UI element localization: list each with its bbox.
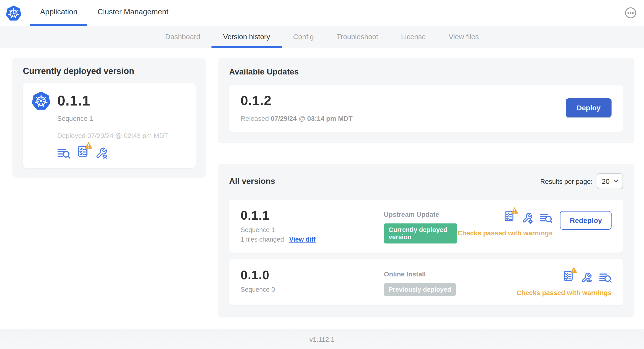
gear-icon	[528, 219, 533, 224]
currently-deployed-title: Currently deployed version	[23, 66, 196, 76]
top-tab-application[interactable]: Application	[30, 0, 88, 26]
admin-console-app: Application Cluster Management Dashboard…	[0, 0, 644, 349]
top-bar: Application Cluster Management	[0, 0, 644, 26]
more-menu-button[interactable]	[625, 7, 636, 18]
released-prefix: Released	[240, 114, 269, 122]
tab-view-files[interactable]: View files	[437, 26, 490, 48]
preflight-checks-warning-icon[interactable]	[76, 145, 89, 160]
tab-version-history[interactable]: Version history	[212, 26, 282, 48]
kubernetes-app-icon	[32, 91, 50, 111]
right-column: Available Updates 0.1.2 Released 07/29/2…	[218, 58, 634, 318]
tab-troubleshoot[interactable]: Troubleshoot	[325, 26, 390, 48]
deployed-sequence-label: Sequence 1	[57, 114, 187, 122]
kubernetes-logo	[6, 0, 22, 26]
row-version-number: 0.1.0	[240, 268, 384, 283]
row-version-number: 0.1.1	[240, 208, 384, 223]
redeploy-button[interactable]: Redeploy	[560, 211, 612, 230]
update-released-label: Released 07/29/24 @ 03:14 pm MDT	[240, 114, 352, 122]
edit-config-icon[interactable]	[95, 146, 108, 160]
available-updates-card: Available Updates 0.1.2 Released 07/29/2…	[218, 58, 634, 143]
files-changed-label: 1 files changed	[240, 236, 284, 243]
edit-config-icon[interactable]	[522, 212, 534, 224]
available-updates-title: Available Updates	[229, 67, 623, 77]
console-version-label: v1.112.1	[309, 336, 334, 343]
tab-dashboard[interactable]: Dashboard	[154, 26, 212, 48]
released-time: 03:14 pm MDT	[307, 114, 352, 122]
app-subnav: Dashboard Version history Config Trouble…	[0, 26, 644, 48]
ellipsis-icon	[625, 7, 636, 18]
row-sequence-label: Sequence 1	[240, 226, 384, 234]
results-per-page-select[interactable]: 20	[597, 173, 623, 189]
preflight-checks-warning-icon[interactable]	[562, 270, 574, 284]
preflight-status-link[interactable]: Checks passed with warnings	[458, 229, 552, 237]
view-diff-link[interactable]: View diff	[289, 236, 316, 243]
row-source-label: Upstream Update	[384, 210, 458, 218]
row-sequence-label: Sequence 0	[240, 286, 384, 293]
deployed-date-label: Deployed 07/29/24 @ 02:43 pm MDT	[57, 132, 187, 140]
results-per-page-label: Results per page:	[540, 177, 592, 185]
update-row: 0.1.2 Released 07/29/24 @ 03:14 pm MDT D…	[229, 86, 623, 132]
eye-icon	[587, 280, 592, 282]
release-notes-icon[interactable]	[540, 212, 552, 224]
previously-deployed-badge: Previously deployed	[384, 283, 456, 296]
released-separator: @	[298, 114, 305, 122]
warning-triangle-icon	[570, 266, 578, 274]
tab-config[interactable]: Config	[282, 26, 325, 48]
row-source-label: Online Install	[384, 270, 516, 278]
all-versions-title: All versions	[229, 176, 275, 186]
gear-icon	[102, 154, 107, 159]
kubernetes-logo-icon	[6, 4, 22, 21]
footer: v1.112.1	[0, 330, 644, 349]
top-tabs: Application Cluster Management	[30, 0, 178, 26]
currently-deployed-card: Currently deployed version	[12, 58, 206, 178]
version-row-0-1-1: 0.1.1 Sequence 1 1 files changed View di…	[229, 200, 623, 252]
results-per-page-value: 20	[602, 177, 610, 185]
view-config-icon[interactable]	[580, 272, 592, 284]
release-notes-icon[interactable]	[599, 272, 612, 284]
currently-deployed-badge: Currently deployed version	[384, 224, 458, 244]
released-date: 07/29/24	[271, 114, 297, 122]
version-row-0-1-0: 0.1.0 Sequence 0 Online Install Previous…	[229, 259, 623, 305]
warning-triangle-icon	[84, 141, 92, 149]
deployed-version-number: 0.1.1	[57, 92, 90, 109]
top-tab-cluster-management[interactable]: Cluster Management	[88, 0, 178, 26]
release-notes-icon[interactable]	[57, 148, 70, 160]
preflight-checks-warning-icon[interactable]	[504, 210, 515, 224]
deploy-button[interactable]: Deploy	[566, 98, 612, 117]
update-version-number: 0.1.2	[240, 93, 352, 108]
preflight-status-link[interactable]: Checks passed with warnings	[516, 289, 612, 296]
all-versions-card: All versions Results per page: 20	[218, 164, 634, 318]
main-content: Currently deployed version	[0, 48, 644, 318]
warning-triangle-icon	[511, 207, 519, 214]
tab-license[interactable]: License	[390, 26, 437, 48]
deployed-version-panel: 0.1.1 Sequence 1 Deployed 07/29/24 @ 02:…	[23, 83, 196, 168]
chevron-down-icon	[614, 180, 618, 183]
